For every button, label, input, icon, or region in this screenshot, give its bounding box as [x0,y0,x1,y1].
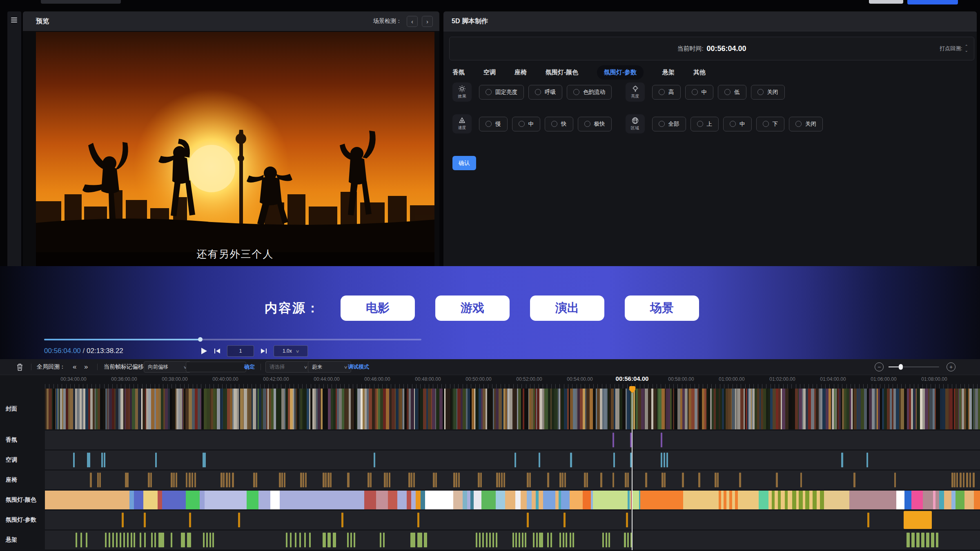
track-suspension-event[interactable] [550,533,552,547]
track-seat-event[interactable] [645,473,647,487]
track-ac-event[interactable] [374,453,375,467]
track-suspension-event[interactable] [120,533,121,547]
track-suspension-event[interactable] [512,533,514,547]
track-seat-event[interactable] [963,473,964,487]
track-seat-event[interactable] [176,473,177,487]
radio-circle-icon[interactable] [659,89,665,95]
color-segment[interactable] [951,491,956,509]
color-segment[interactable] [453,491,463,509]
track-seat-event[interactable] [368,473,370,487]
track-suspension-event[interactable] [354,533,355,547]
track-suspension-event[interactable] [547,533,549,547]
track-seat-event[interactable] [682,473,684,487]
track-seat-event[interactable] [305,473,307,487]
track-ac-event[interactable] [666,453,668,467]
backtrack-next-button[interactable]: » [84,359,88,375]
track-suspension-event[interactable] [936,533,938,547]
color-segment[interactable] [944,491,951,509]
track-suspension-event[interactable] [209,533,211,547]
track-seat-event[interactable] [600,473,602,487]
track-seat-event[interactable] [411,473,412,487]
track-seat-event[interactable] [586,473,588,487]
track-seat-event[interactable] [413,473,415,487]
color-segment[interactable] [726,491,729,509]
track-ambient-color[interactable] [45,491,980,509]
color-segment[interactable] [247,491,258,509]
track-seat-event[interactable] [664,473,666,487]
track-seat-event[interactable] [171,473,173,487]
frame-step-input[interactable]: 1 [227,345,254,357]
track-suspension-event[interactable] [347,533,349,547]
playback-speed-select[interactable]: 1.0x∨ [274,345,308,357]
track-seat-event[interactable] [800,473,802,487]
color-segment[interactable] [781,491,785,509]
radio-circle-icon[interactable] [795,121,802,127]
track-ac-event[interactable] [89,453,90,467]
color-segment[interactable] [561,491,570,509]
track-fragrance-event[interactable] [612,433,614,447]
scene-prev-button[interactable]: ‹ [407,16,418,27]
color-segment[interactable] [407,491,411,509]
color-segment[interactable] [633,491,639,509]
color-segment[interactable] [555,491,559,509]
color-segment[interactable] [543,491,555,509]
bulb-tile[interactable]: 亮度 [626,82,645,102]
color-segment[interactable] [527,491,532,509]
color-segment[interactable] [496,491,505,509]
track-seat-event[interactable] [627,473,629,487]
track-ambient-param-event[interactable] [564,513,566,527]
color-segment[interactable] [134,491,143,509]
track-ambient-param-event[interactable] [122,513,124,527]
color-segment[interactable] [759,491,768,509]
track-seat-event[interactable] [776,473,778,487]
track-seat-event[interactable] [97,473,99,487]
radio-circle-icon[interactable] [724,89,731,95]
track-suspension-event[interactable] [921,533,924,547]
radio-circle-icon[interactable] [692,89,698,95]
color-segment[interactable] [817,491,820,509]
video-progress-handle[interactable] [198,337,203,342]
color-segment[interactable] [939,491,944,509]
color-segment[interactable] [809,491,813,509]
color-segment[interactable] [205,491,247,509]
color-segment[interactable] [474,491,481,509]
track-suspension-event[interactable] [134,533,135,547]
track-ambient-param-event[interactable] [238,513,240,527]
track-seat-event[interactable] [186,473,187,487]
radio-circle-icon[interactable] [584,121,590,127]
track-ambient-param-event[interactable] [417,513,419,527]
color-segment[interactable] [778,491,781,509]
track-seat-event[interactable] [127,473,129,487]
radio-option-高[interactable]: 高 [652,85,681,100]
color-segment[interactable] [824,491,849,509]
track-seat-event[interactable] [853,473,855,487]
tab-fragrance[interactable]: 香氛 [452,69,465,76]
tab-other[interactable]: 其他 [693,69,706,76]
color-segment[interactable] [785,491,788,509]
track-ac-event[interactable] [664,453,665,467]
track-seat-event[interactable] [584,473,586,487]
tab-ambient-param[interactable]: 氛围灯-参数 [597,65,644,80]
color-segment[interactable] [593,491,628,509]
track-seat-event[interactable] [969,473,971,487]
color-segment[interactable] [732,491,735,509]
track-seat-event[interactable] [966,473,968,487]
color-segment[interactable] [923,491,933,509]
track-seat-event[interactable] [739,473,741,487]
color-segment[interactable] [388,491,397,509]
track-suspension-event[interactable] [482,533,484,547]
zoom-out-button[interactable]: − [875,359,884,375]
next-frame-button[interactable] [261,348,267,354]
track-suspension-event[interactable] [187,533,191,547]
radio-circle-icon[interactable] [730,121,736,127]
track-seat-event[interactable] [564,473,566,487]
track-suspension-event[interactable] [536,533,538,547]
track-suspension-event[interactable] [911,533,915,547]
track-suspension-event[interactable] [181,533,185,547]
radio-option-上[interactable]: 上 [690,117,719,131]
track-seat-event[interactable] [894,473,896,487]
track-suspension-event[interactable] [533,533,535,547]
track-seat-event[interactable] [232,473,234,487]
track-seat-event[interactable] [90,473,92,487]
track-suspension-event[interactable] [105,533,107,547]
